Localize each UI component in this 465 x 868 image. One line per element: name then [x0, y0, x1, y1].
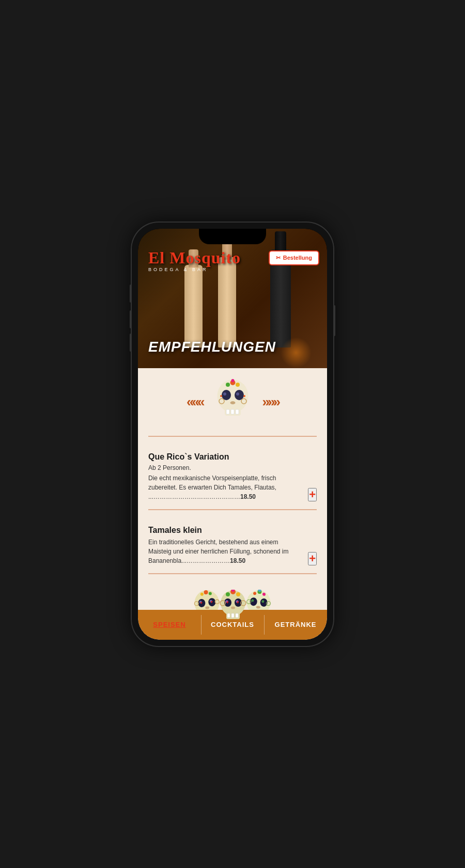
svg-point-6 [223, 392, 226, 396]
svg-text:♥: ♥ [237, 600, 239, 605]
svg-point-8 [236, 392, 239, 396]
svg-point-49 [236, 592, 240, 596]
menu-item-2: Tamales klein Ein traditionelles Gericht… [138, 518, 327, 573]
nav-label-getraenke: GETRÄNKE [275, 621, 317, 628]
right-arrows[interactable]: »»» [262, 394, 278, 410]
nav-item-getraenke[interactable]: GETRÄNKE [264, 610, 327, 640]
screen-content: El Mosquito BODEGA & BAR ✂ Bestellung EM… [138, 229, 327, 640]
menu-item-1-subtitle: Ab 2 Personen. [148, 464, 317, 471]
divider-3 [148, 573, 317, 574]
svg-point-13 [231, 379, 234, 382]
svg-point-15 [243, 395, 245, 397]
logo-subtitle: BODEGA & BAR [148, 267, 241, 272]
svg-point-48 [226, 592, 230, 596]
order-button[interactable]: ✂ Bestellung [269, 250, 319, 265]
add-item-2-button[interactable]: + [308, 552, 317, 565]
warm-glow [281, 337, 312, 368]
menu-item-1-desc: Die echt mexikanische Vorspeisenplatte, … [148, 474, 308, 501]
svg-rect-38 [231, 613, 234, 618]
skull-icon-2: ♥ ♥ [218, 590, 249, 623]
menu-item-1-title: Que Rico`s Variation [148, 452, 317, 462]
add-item-1-button[interactable]: + [308, 488, 317, 501]
svg-rect-2 [226, 409, 229, 414]
svg-rect-37 [227, 613, 230, 618]
divider-1 [148, 436, 317, 437]
svg-text:♥: ♥ [226, 600, 229, 605]
skull-icon-main [213, 378, 252, 425]
phone-screen: El Mosquito BODEGA & BAR ✂ Bestellung EM… [138, 229, 327, 640]
nav-item-speisen[interactable]: SPEISEN [138, 610, 201, 640]
svg-point-68 [258, 588, 261, 592]
menu-item-2-title: Tamales klein [148, 526, 317, 535]
hero-title: EMPFEHLUNGEN [148, 339, 276, 355]
svg-rect-4 [236, 409, 239, 414]
svg-point-11 [226, 383, 230, 387]
svg-rect-39 [236, 613, 238, 618]
menu-item-2-desc: Ein traditionelles Gericht, bestehend au… [148, 538, 308, 565]
order-button-label: Bestellung [283, 255, 312, 261]
menu-item-1: Que Rico`s Variation Ab 2 Personen. Die … [138, 445, 327, 509]
skull-navigation: ««« [138, 368, 327, 436]
scissors-icon: ✂ [276, 255, 281, 261]
divider-2 [148, 509, 317, 510]
phone-frame: El Mosquito BODEGA & BAR ✂ Bestellung EM… [132, 223, 333, 646]
svg-rect-3 [231, 409, 234, 414]
content-area: ««« [138, 368, 327, 640]
svg-point-14 [220, 395, 222, 397]
svg-point-9 [230, 401, 235, 404]
logo-area: El Mosquito BODEGA & BAR [148, 249, 241, 272]
svg-point-12 [236, 383, 240, 387]
logo-text: El Mosquito [148, 249, 241, 266]
nav-label-speisen: SPEISEN [153, 621, 185, 628]
svg-point-46 [231, 606, 235, 609]
hero-section: El Mosquito BODEGA & BAR ✂ Bestellung EM… [138, 229, 327, 368]
left-arrows[interactable]: ««« [187, 394, 203, 410]
notch [199, 229, 266, 244]
wine-bottle-1 [184, 265, 203, 348]
